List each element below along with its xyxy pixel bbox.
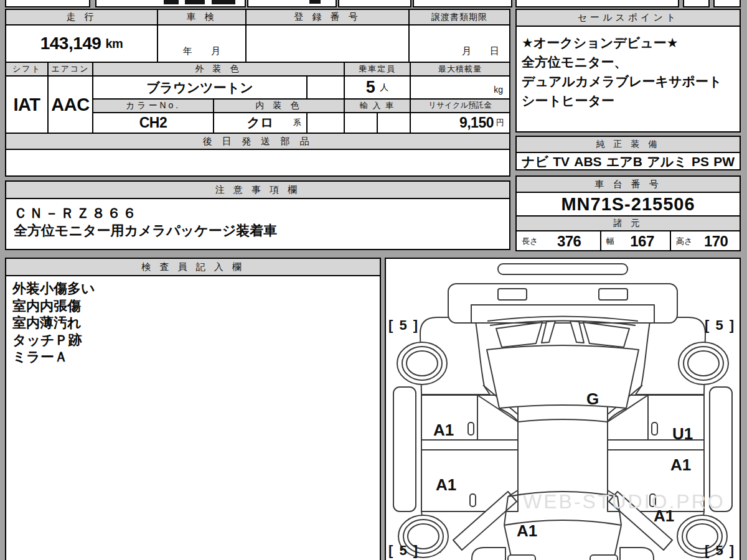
car-diagram-drawing (386, 259, 740, 560)
transfer-docs-header: 譲渡書類期限 (410, 10, 509, 24)
later-parts-value (6, 150, 509, 174)
height-value: 170 (692, 233, 740, 250)
clipped-top-cell (713, 0, 741, 7)
color-no-code: CH2 (139, 114, 167, 131)
exterior-color-value: ブラウンツートン (93, 77, 308, 98)
notes-box: 注 意 事 項 欄 ＣＮ－ＲＺ８６６ 全方位モニター用カメラパッケージ装着車 (5, 180, 510, 250)
length-cell: 長さ 376 (517, 231, 601, 251)
chassis-header: 車 台 番 号 (517, 177, 740, 193)
sales-point-line: デュアルカメラブレーキサポート (522, 72, 733, 91)
width-label: 幅 (606, 236, 614, 247)
damage-mark-door-rear-left: A1 (436, 475, 456, 495)
auction-sheet: 走 行 車 検 登 録 番 号 譲渡書類期限 143,149 km 年 月 月 … (0, 0, 747, 560)
recycle-fee-value: 9,150 円 (411, 113, 509, 133)
rear-bumper-bracket-left (508, 555, 535, 560)
recycle-fee-number: 9,150 (459, 114, 494, 131)
inspector-line: 外装小傷多い (12, 280, 374, 297)
recycle-fee-header: リサイクル預託金 (411, 100, 509, 112)
equipment-item: アルミ (647, 153, 687, 170)
interior-color-header: 内 装 色 (214, 100, 345, 112)
wheel-front-right (679, 342, 728, 385)
equipment-item: ABS (574, 154, 601, 169)
exterior-capacity-block: ブラウンツートン 5 人 kg カラーNo. 内 装 色 輸 入 車 リサイクル… (93, 77, 509, 133)
sales-point-line: ★オークションデビュー★ (522, 33, 733, 52)
interior-extra-cell (308, 113, 345, 133)
capacity-value: 5 人 (345, 77, 411, 98)
shaken-value: 年 月 (158, 26, 247, 62)
damage-mark-door-front-left: A1 (433, 421, 454, 440)
watermark: WEB-STUDIO.PRO (523, 490, 725, 513)
sales-point-line: 全方位モニター、 (522, 52, 733, 72)
shift-header: シフト (6, 63, 49, 75)
equipment-item: TV (553, 154, 570, 169)
height-cell: 高さ 170 (671, 231, 740, 251)
clipped-top-cell (683, 0, 710, 7)
rear-bumper-corner-right (620, 548, 654, 560)
import-car-value-left (345, 113, 378, 133)
aircon-value: AAC (49, 77, 93, 133)
width-cell: 幅 167 (601, 231, 671, 251)
interior-color-name: クロ (247, 114, 274, 131)
equipment-item: PW (713, 154, 735, 169)
length-label: 長さ (522, 236, 538, 247)
equipment-item: ナビ (522, 153, 548, 170)
shaken-header: 車 検 (158, 10, 247, 24)
inspector-line: 室内薄汚れ (12, 314, 374, 332)
notes-header: 注 意 事 項 欄 (6, 182, 509, 199)
door-handle (468, 422, 474, 435)
shift-code: IAT (13, 95, 40, 115)
tire-mark-rear-right: [ 5 ] (705, 543, 735, 559)
width-value: 167 (614, 233, 670, 250)
equipment-box: 純 正 装 備 ナビ TV ABS エアB アルミ PS PW (515, 136, 741, 170)
sales-points-box: セールスポイント ★オークションデビュー★ 全方位モニター、 デュアルカメラブレ… (515, 9, 741, 133)
clipped-top-cell (515, 0, 679, 7)
sales-points-body: ★オークションデビュー★ 全方位モニター、 デュアルカメラブレーキサポート シー… (517, 27, 740, 110)
length-value: 376 (538, 233, 600, 250)
color-no-header: カラーNo. (93, 100, 214, 112)
equipment-header: 純 正 装 備 (517, 137, 740, 153)
chassis-value: MN71S-215506 (517, 193, 740, 217)
clipped-top-cell (247, 0, 337, 7)
inspector-box: 検 査 員 記 入 欄 外装小傷多い 室内内張傷 室内薄汚れ タッチＰ跡 ミラー… (5, 258, 381, 560)
shift-value: IAT (6, 77, 49, 133)
height-label: 高さ (676, 236, 692, 247)
equipment-items: ナビ TV ABS エアB アルミ PS PW (517, 153, 740, 170)
color-no-value: CH2 (93, 113, 214, 133)
front-bumper-strip (498, 264, 627, 274)
import-car-value-right (378, 113, 411, 133)
exterior-color-header: 外 装 色 (93, 63, 345, 75)
sales-points-header: セールスポイント (517, 10, 740, 27)
tire-mark-front-left: [ 5 ] (388, 317, 419, 334)
aircon-header: エアコン (49, 63, 93, 75)
door-handle (470, 494, 476, 506)
recycle-fee-unit: 円 (496, 117, 504, 128)
chassis-code: MN71S-215506 (561, 194, 695, 215)
damage-mark-door-front-right: U1 (672, 424, 693, 444)
front-face-panel (448, 284, 677, 323)
wiper-left (496, 322, 542, 347)
capacity-header: 乗車定員 (345, 63, 411, 75)
damage-mark-door-rear-right-upper: A1 (670, 455, 691, 475)
main-spec-table: 走 行 車 検 登 録 番 号 譲渡書類期限 143,149 km 年 月 月 … (5, 9, 510, 177)
headlight-right (599, 289, 627, 300)
mileage-number: 143,149 (40, 34, 101, 54)
damage-mark-rear-gate: A1 (517, 521, 537, 541)
rocker-left (393, 387, 416, 511)
damage-diagram-box: WEB-STUDIO.PRO [ 5 ] [ 5 ] [ 5 ] [ 5 ] G… (385, 258, 741, 560)
interior-color-value: クロ 系 (214, 113, 308, 133)
mileage-unit: km (105, 37, 123, 51)
tire-mark-front-right: [ 5 ] (705, 317, 735, 334)
headlight-left (498, 289, 527, 300)
notes-body: ＣＮ－ＲＺ８６６ 全方位モニター用カメラパッケージ装着車 (6, 199, 509, 240)
registration-value (247, 26, 410, 62)
inspector-line: ミラーＡ (12, 348, 374, 366)
chassis-box: 車 台 番 号 MN71S-215506 諸 元 長さ 376 幅 167 高さ… (515, 175, 741, 251)
dimensions-header: 諸 元 (517, 217, 740, 231)
max-load-header: 最大積載量 (411, 63, 509, 75)
mileage-value: 143,149 km (6, 26, 158, 62)
clipped-top-cell (413, 0, 512, 7)
clipped-text-fragment (212, 0, 235, 4)
registration-header: 登 録 番 号 (247, 10, 410, 24)
later-parts-header: 後 日 発 送 部 品 (6, 134, 509, 149)
equipment-item: PS (692, 154, 709, 169)
